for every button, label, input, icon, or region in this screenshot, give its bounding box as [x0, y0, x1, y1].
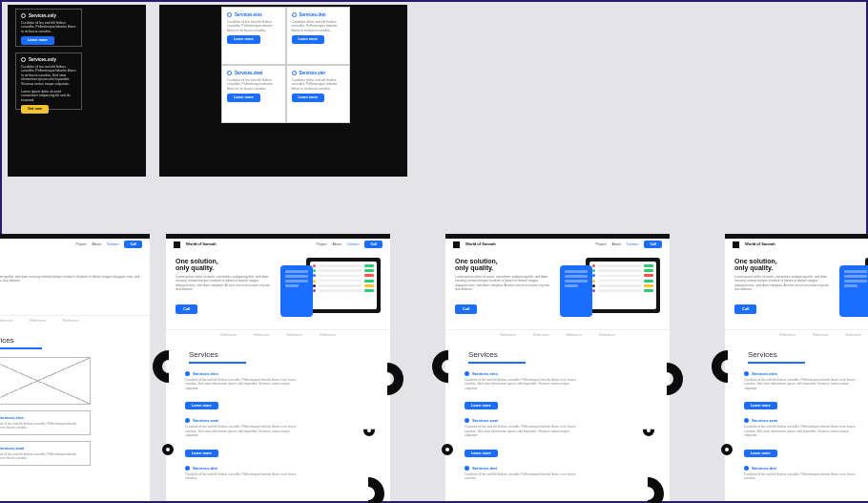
tablet-row: [313, 274, 374, 277]
subnav-link[interactable]: Reference: [846, 333, 862, 337]
nav-link[interactable]: Project: [595, 242, 606, 246]
service-body: Curabitur id leo sed elit finibus conval…: [185, 472, 300, 481]
brand-name: World of Sannah: [186, 242, 217, 246]
heading-underline: [468, 362, 526, 364]
subnav-link[interactable]: Reference: [0, 319, 12, 323]
subnav-link[interactable]: Reference: [254, 333, 270, 337]
nav-link[interactable]: About: [93, 242, 101, 246]
service-title: Services.drei: [752, 466, 776, 471]
service-card-outline[interactable]: Services.eins Curabitur id leo sed elit …: [0, 410, 91, 435]
tablet-row: [592, 289, 653, 292]
hero-cta-button[interactable]: Call: [734, 304, 756, 314]
nav-link[interactable]: About: [612, 242, 621, 246]
bullet-icon: [744, 418, 749, 423]
service-title: Services.zwei: [752, 418, 777, 423]
hero-body: Lorem ipsum dolor sit amet, consetetur s…: [455, 275, 550, 292]
subnav-link[interactable]: Reference: [533, 333, 549, 337]
hero-body: Lorem ipsum dolor sit amet, consetetur s…: [176, 275, 271, 292]
subnav-link[interactable]: Reference: [220, 333, 237, 337]
card-body: Curabitur id leo sed elit finibus conval…: [0, 422, 85, 430]
service-item: Services.eins Curabitur id leo sed elit …: [185, 371, 371, 410]
service-card-light[interactable]: Services.vier Curabitur id leo sed elit …: [286, 65, 351, 123]
subnav-link[interactable]: Reference: [500, 333, 516, 337]
service-title: Services.zwei: [193, 418, 218, 423]
subnav: Reference Reference Reference Reference: [725, 329, 868, 343]
service-card-light[interactable]: Services.drei Curabitur id leo sed elit …: [286, 7, 351, 65]
nav-cta-button[interactable]: Call: [364, 241, 382, 248]
artboard-page-full-a[interactable]: World of Sannah Project About Contact Ca…: [166, 234, 390, 501]
radio-icon: [292, 71, 297, 75]
card-title: Services.only: [29, 13, 56, 19]
card-body: Curabitur id leo sed elit finibus conval…: [21, 65, 76, 87]
tablet-row: [313, 284, 374, 287]
service-card-dark-1[interactable]: Services.only Curabitur id leo sed elit …: [15, 9, 82, 47]
nav-link-active[interactable]: Contact: [347, 242, 359, 246]
tablet-rows: [313, 264, 374, 292]
subnav-link[interactable]: Reference: [320, 333, 336, 337]
service-title: Services.drei: [193, 466, 217, 471]
nav-link[interactable]: About: [333, 242, 341, 246]
brand-logo-icon: [174, 241, 180, 248]
brand-name: World of Sannah: [745, 242, 775, 246]
hero-cta-button[interactable]: Call: [176, 304, 197, 314]
services-heading: Services: [748, 350, 868, 359]
service-title: Services.eins: [752, 371, 777, 376]
subnav-link[interactable]: Reference: [30, 319, 46, 323]
brand-logo-icon: [733, 241, 739, 248]
artboard-page-full-b[interactable]: World of Sannah Project About Contact Ca…: [445, 234, 670, 501]
hero-title: One solution,only quality.: [0, 258, 140, 272]
service-body: Curabitur id leo sed elit finibus conval…: [465, 378, 579, 390]
subnav-link[interactable]: Reference: [599, 333, 615, 337]
card-title: Services.zwei: [235, 71, 262, 76]
phone-mock: [839, 265, 868, 317]
learn-more-button[interactable]: Learn more: [744, 450, 777, 457]
service-card-dark-2[interactable]: Services.only Curabitur id leo sed elit …: [15, 52, 82, 110]
learn-more-button[interactable]: Learn more: [227, 35, 260, 44]
subnav-link[interactable]: Reference: [287, 333, 303, 337]
tablet-row: [592, 280, 653, 283]
image-placeholder: [0, 357, 91, 405]
learn-more-button[interactable]: Learn more: [465, 402, 498, 409]
nav-cta-button[interactable]: Call: [644, 241, 662, 248]
subnav-link[interactable]: Reference: [813, 333, 829, 337]
device-mockup: [560, 258, 660, 320]
learn-more-button[interactable]: Learn more: [185, 450, 218, 457]
radio-icon: [227, 12, 232, 17]
tablet-row: [313, 289, 374, 292]
service-card-light[interactable]: Services.eins Curabitur id leo sed elit …: [221, 7, 286, 65]
bullet-icon: [185, 418, 190, 423]
get-now-button[interactable]: Get now: [21, 105, 49, 114]
hero-title: One solution,only quality.: [455, 258, 550, 272]
card-body: Curabitur id leo sed elit finibus conval…: [227, 78, 280, 92]
hero-cta-button[interactable]: Call: [455, 304, 477, 314]
card-title: Services.drei: [300, 12, 326, 18]
learn-more-button[interactable]: Learn more: [227, 94, 260, 102]
tablet-mock: [306, 258, 381, 313]
nav-link[interactable]: Project: [75, 242, 86, 246]
learn-more-button[interactable]: Learn more: [744, 402, 777, 409]
subnav-link[interactable]: Reference: [63, 319, 79, 323]
radio-icon: [21, 57, 26, 62]
service-body: Curabitur id leo sed elit finibus conval…: [185, 378, 300, 390]
tablet-row: [313, 264, 374, 267]
learn-more-button[interactable]: Learn more: [292, 94, 325, 102]
nav-link-active[interactable]: Contact: [627, 242, 638, 246]
service-card-outline[interactable]: Services.zwei Curabitur id leo sed elit …: [0, 441, 91, 466]
learn-more-button[interactable]: Learn more: [185, 402, 218, 409]
learn-more-button[interactable]: Learn more: [21, 36, 54, 45]
subnav-link[interactable]: Reference: [567, 333, 583, 337]
card-body: Curabitur id leo sed elit finibus conval…: [292, 78, 345, 92]
nav-link-active[interactable]: Contact: [107, 242, 118, 246]
nav-cta-button[interactable]: Call: [124, 241, 142, 248]
card-title: Services.eins: [235, 12, 262, 18]
artboard-page-full-c[interactable]: World of Sannah Project About Contact Ca…: [725, 234, 868, 501]
service-title: Services.eins: [472, 371, 498, 376]
artboard-page-wireframe[interactable]: Project About Contact Call One solution,…: [0, 234, 150, 501]
figma-canvas[interactable]: Services.only Curabitur id leo sed elit …: [0, 0, 868, 503]
subnav-link[interactable]: Reference: [779, 333, 796, 337]
learn-more-button[interactable]: Learn more: [465, 450, 498, 457]
service-body: Curabitur id leo sed elit finibus conval…: [744, 425, 858, 437]
learn-more-button[interactable]: Learn more: [292, 35, 325, 44]
service-card-light[interactable]: Services.zwei Curabitur id leo sed elit …: [221, 65, 286, 123]
nav-link[interactable]: Project: [316, 242, 326, 246]
